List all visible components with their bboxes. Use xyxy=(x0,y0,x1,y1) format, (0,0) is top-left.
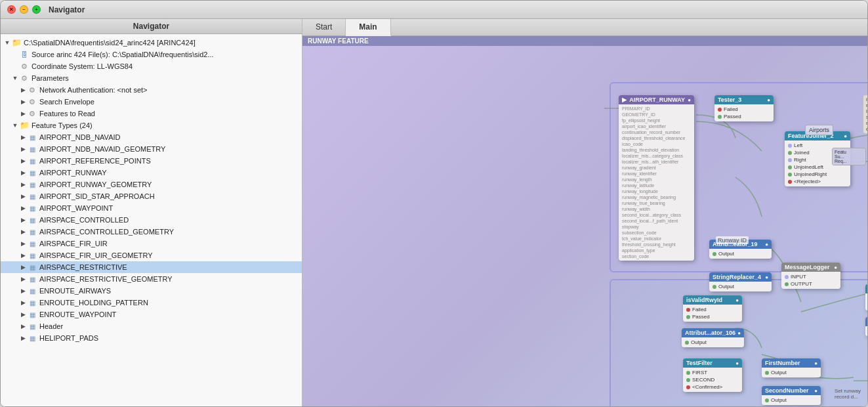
ft15-icon: ▦ xyxy=(27,297,37,308)
arrow-ft13: ▶ xyxy=(19,275,27,283)
node-string-replacer-4[interactable]: StringReplacer_4 ● Output xyxy=(709,272,772,291)
tree-item-source[interactable]: ▶ 🗄 Source arinc 424 File(s): C:\Spatial… xyxy=(1,49,302,60)
arrow-ft17: ▶ xyxy=(19,322,27,330)
tree-item-ft8[interactable]: ▶ ▦ AIRSPACE_CONTROLLED xyxy=(1,214,302,226)
port-identifier: runway_identifier xyxy=(619,171,694,177)
node-first-number[interactable]: FirstNumber ● Output xyxy=(762,358,821,377)
minimize-button[interactable]: − xyxy=(20,5,28,14)
node-attr-eator-19-body: Output xyxy=(709,249,772,259)
port-primary-id: PRIMARY_ID xyxy=(619,106,694,112)
ft7-icon: ▦ xyxy=(27,203,37,213)
label-ft10: AIRSPACE_FIR_UIR xyxy=(39,240,108,247)
label-source: Source arinc 424 File(s): C:\SpatialDNA\… xyxy=(31,51,214,58)
node-attr-remover-2[interactable]: Attrib...remover_2 ● Output xyxy=(865,317,867,336)
title-bar: ✕ − + Navigator xyxy=(1,1,867,19)
port-fj-rejected: <Rejected> xyxy=(785,178,850,185)
port-section: section_code xyxy=(619,253,694,259)
tree-item-ft7[interactable]: ▶ ▦ AIRPORT_WAYPOINT xyxy=(1,202,302,214)
tree-item-featread[interactable]: ▶ ⚙ Features to Read xyxy=(1,108,302,119)
node-is-valid-rwy-id-header: isValidRwyId ● xyxy=(683,295,742,305)
port-tch: tch_value_indicator xyxy=(619,236,694,242)
arrow-feattypes: ▼ xyxy=(11,121,19,129)
node-second-number-header: SecondNumber ● xyxy=(762,386,821,395)
feature-sub-label: FeatuSu...Req... xyxy=(835,150,863,163)
tree-item-ft4[interactable]: ▶ ▦ AIRPORT_RUNWAY xyxy=(1,167,302,179)
feattypes-folder-icon: 📁 xyxy=(19,120,30,131)
tree-item-searchenv[interactable]: ▶ ⚙ Search Envelope xyxy=(1,96,302,108)
tree-item-netauth[interactable]: ▶ ⚙ Network Authentication: <not set> xyxy=(1,84,302,96)
node-message-logger[interactable]: MessageLogger ● INPUT OUTPUT xyxy=(781,263,840,289)
app-window: ✕ − + Navigator Navigator ▼ 📁 C:\Spatial… xyxy=(0,0,868,407)
tree-item-ft18[interactable]: ▶ ▦ HELIPORT_PADS xyxy=(1,332,302,344)
canvas-note: include rejected left to support missing… xyxy=(863,95,867,133)
workflow-panel: Start Main RUNWAY FEATURE xyxy=(302,19,867,406)
featread-gear-icon: ⚙ xyxy=(27,108,37,119)
tree-item-root[interactable]: ▼ 📁 C:\SpatialDNA\frequentis\sid24_arinc… xyxy=(1,37,302,49)
node-second-number[interactable]: SecondNumber ● Output xyxy=(762,386,821,405)
tree-item-ft11[interactable]: ▶ ▦ AIRSPACE_FIR_UIR_GEOMETRY xyxy=(1,249,302,261)
port-threshold: threshold_crossing_height xyxy=(619,242,694,247)
port-second-local-path: second_local...f_path_ident xyxy=(619,218,694,224)
tree-item-ft5[interactable]: ▶ ▦ AIRPORT_RUNWAY_GEOMETRY xyxy=(1,179,302,190)
tree-item-ft2[interactable]: ▶ ▦ AIRPORT_NDB_NAVAID_GEOMETRY xyxy=(1,143,302,155)
tab-main[interactable]: Main xyxy=(346,19,390,36)
tree-item-ft13[interactable]: ▶ ▦ AIRSPACE_RESTRICTIVE_GEOMETRY xyxy=(1,273,302,285)
node-attr-ator-106[interactable]: Attribut...ator_106 ● Output xyxy=(682,328,744,347)
arrow-ft1: ▶ xyxy=(19,133,27,141)
tree-item-coord[interactable]: ▶ ⚙ Coordinate System: LL-WGS84 xyxy=(1,60,302,72)
navigator-panel: Navigator ▼ 📁 C:\SpatialDNA\frequentis\s… xyxy=(1,19,302,406)
node-is-valid-rwy-id[interactable]: isValidRwyId ● Failed Passed xyxy=(683,295,742,322)
tree-item-ft3[interactable]: ▶ ▦ AIRPORT_REFERENCE_POINTS xyxy=(1,155,302,167)
label-ft14: ENROUTE_AIRWAYS xyxy=(39,287,111,295)
arrow-ft4: ▶ xyxy=(19,169,27,177)
node-airport-runway[interactable]: ▶ AIRPORT_RUNWAY ● PRIMARY_ID GEOMETRY_I… xyxy=(619,95,694,261)
tab-start[interactable]: Start xyxy=(302,19,346,35)
ft13-icon: ▦ xyxy=(27,274,37,284)
label-netauth: Network Authentication: <not set> xyxy=(39,86,148,94)
tree-item-ft15[interactable]: ▶ ▦ ENROUTE_HOLDING_PATTERN xyxy=(1,297,302,309)
node-tester-3-body: Failed Passed xyxy=(714,104,774,121)
arrow-ft9: ▶ xyxy=(19,228,27,236)
arrow-featread: ▶ xyxy=(19,110,27,118)
node-attr-ator-106-header: Attribut...ator_106 ● xyxy=(682,328,744,337)
node-test-filter[interactable]: TestFilter ● FIRST SECOND <Confirmed> xyxy=(683,358,742,392)
tree-item-ft9[interactable]: ▶ ▦ AIRSPACE_CONTROLLED_GEOMETRY xyxy=(1,226,302,238)
node-first-number-header: FirstNumber ● xyxy=(762,358,821,368)
tree-item-params[interactable]: ▼ ⚙ Parameters xyxy=(1,72,302,84)
label-ft16: ENROUTE_WAYPOINT xyxy=(39,311,116,318)
db-icon: 🗄 xyxy=(19,49,30,60)
node-first-number-body: Output xyxy=(762,368,821,377)
node-test-filter-header: TestFilter ● xyxy=(683,358,742,368)
tree-item-feattypes[interactable]: ▼ 📁 Feature Types (24) xyxy=(1,119,302,131)
node-airport-runway-body: PRIMARY_ID GEOMETRY_ID fp_ellipsoid_heig… xyxy=(619,104,694,261)
label-ft8: AIRSPACE_CONTROLLED xyxy=(39,216,129,224)
arrow-ft15: ▶ xyxy=(19,299,27,307)
ft11-icon: ▦ xyxy=(27,250,37,261)
label-ft1: AIRPORT_NDB_NAVAID xyxy=(39,133,120,141)
workflow-canvas[interactable]: ▶ AIRPORT_RUNWAY ● PRIMARY_ID GEOMETRY_I… xyxy=(302,46,867,406)
tree-item-ft16[interactable]: ▶ ▦ ENROUTE_WAYPOINT xyxy=(1,309,302,320)
node-airport-runway-icon: ▶ xyxy=(622,96,627,103)
tree-item-ft12[interactable]: ▶ ▦ AIRSPACE_RESTRICTIVE xyxy=(1,261,302,273)
port-ae19-output: Output xyxy=(709,250,772,257)
maximize-button[interactable]: + xyxy=(32,5,41,14)
port-ml-output: OUTPUT xyxy=(781,280,840,288)
tree-item-ft14[interactable]: ▶ ▦ ENROUTE_AIRWAYS xyxy=(1,285,302,297)
arrow-root: ▼ xyxy=(3,39,11,47)
feature-label-right: FeatuSu...Req... xyxy=(832,148,866,165)
tree-item-ft1[interactable]: ▶ ▦ AIRPORT_NDB_NAVAID xyxy=(1,131,302,143)
nav-tree[interactable]: ▼ 📁 C:\SpatialDNA\frequentis\sid24_arinc… xyxy=(1,34,302,406)
ft18-icon: ▦ xyxy=(27,333,37,343)
arrow-ft11: ▶ xyxy=(19,251,27,259)
label-ft3: AIRPORT_REFERENCE_POINTS xyxy=(39,157,151,165)
node-tester-3[interactable]: Tester_3 ● Failed Passed xyxy=(714,95,774,121)
close-button[interactable]: ✕ xyxy=(7,5,16,14)
port-gradient: runway_gradient xyxy=(619,165,694,171)
node-duplicate-filter-2-body: Unique Duplicate xyxy=(865,293,867,311)
tree-item-ft6[interactable]: ▶ ▦ AIRPORT_SID_STAR_APPROACH xyxy=(1,190,302,202)
tree-item-ft17[interactable]: ▶ ▦ Header xyxy=(1,320,302,332)
tree-item-ft10[interactable]: ▶ ▦ AIRSPACE_FIR_UIR xyxy=(1,238,302,249)
label-ft7: AIRPORT_WAYPOINT xyxy=(39,204,113,212)
node-duplicate-filter-2[interactable]: DuplicateFilter_2 ● Unique Duplicate xyxy=(865,284,867,311)
node-test-filter-body: FIRST SECOND <Confirmed> xyxy=(683,368,742,392)
